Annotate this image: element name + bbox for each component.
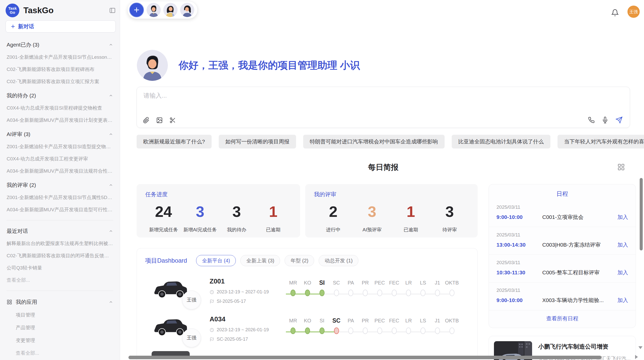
dashboard-tab[interactable]: 全新上装 (3) bbox=[240, 255, 280, 266]
chevron-up-icon bbox=[109, 42, 113, 47]
milestone: PR bbox=[358, 316, 373, 335]
user-avatar[interactable]: 王强 bbox=[627, 6, 640, 18]
milestone: FEC bbox=[387, 316, 401, 335]
event-join-link[interactable]: 加入 bbox=[617, 269, 628, 276]
scroll-down-arrow[interactable] bbox=[638, 346, 642, 349]
microphone-icon[interactable] bbox=[602, 117, 608, 123]
milestone-dot bbox=[305, 290, 310, 296]
new-chat-button[interactable]: 新对话 bbox=[6, 20, 116, 33]
chat-input[interactable] bbox=[143, 91, 624, 114]
event-date: 2025/03/11 bbox=[496, 260, 628, 265]
project-image: 王强 bbox=[152, 315, 190, 341]
dashboard-tab[interactable]: 全新平台 (4) bbox=[196, 255, 236, 266]
stat: 24 新增完成任务 bbox=[145, 203, 182, 233]
section-recent-chats[interactable]: 最近对话 bbox=[7, 228, 113, 235]
logo-line-2: Go bbox=[10, 10, 15, 14]
greeting-block: 你好，王强，我是你的项目管理助理 小识 bbox=[137, 50, 360, 81]
sidebar-task-item[interactable]: C0X4-动力总成开发项目SI里程碑提交物检查 bbox=[7, 105, 113, 111]
milestone-label: PA bbox=[344, 278, 358, 287]
app-link[interactable]: 变更管理 bbox=[16, 337, 113, 344]
my-review-title[interactable]: 我的评审 bbox=[314, 191, 469, 198]
apps-view-all[interactable]: 查看全部... bbox=[16, 350, 113, 356]
recent-view-all[interactable]: 查看全部... bbox=[7, 277, 113, 283]
project-code[interactable]: Z001 bbox=[210, 277, 286, 285]
recent-chat-item[interactable]: 解释最新出台的欧盟报废车法规再生塑料比例被调至15%... bbox=[7, 240, 113, 247]
sidebar-task-item[interactable]: A034-全新新能源MUV产品开发项目法规符合性评审 bbox=[7, 168, 113, 174]
notification-bell-icon[interactable] bbox=[611, 9, 619, 17]
schedule-event: 2025/03/11 9:00-10:00 X003-车辆动力学性能验... 加… bbox=[489, 282, 636, 310]
ai-review-list: Z001-全新燃油轻卡产品开发项目SI造型提交物评审C0X4-动力总成开发项目工… bbox=[7, 143, 113, 174]
add-assistant-button[interactable] bbox=[129, 3, 144, 17]
project-code[interactable]: A034 bbox=[210, 315, 286, 323]
milestone: SC bbox=[329, 316, 344, 335]
app-link[interactable]: 项目管理 bbox=[16, 312, 113, 318]
dashboard-tab[interactable]: 动总开发 (1) bbox=[319, 255, 358, 266]
stat-label: 已逾期 bbox=[391, 227, 430, 233]
suggestion-chip[interactable]: 欧洲新规最近颁布了什么? bbox=[137, 135, 212, 148]
scissors-icon[interactable] bbox=[169, 117, 176, 124]
app-link[interactable]: 产品管理 bbox=[16, 324, 113, 331]
milestone-dot bbox=[319, 327, 325, 334]
section-my-review[interactable]: 我的评审 (2) bbox=[7, 182, 113, 189]
sidebar-task-item[interactable]: Z001-全新燃油皮卡产品开发项目SI节点Lesson Learn报告 bbox=[7, 54, 113, 61]
attachment-icon[interactable] bbox=[143, 117, 150, 124]
composer-tools bbox=[143, 117, 176, 124]
sidebar-task-item[interactable]: C0X4-动力总成开发项目工程变更评审 bbox=[7, 156, 113, 162]
event-date: 2025/03/11 bbox=[496, 204, 628, 210]
horizontal-scrollbar-thumb[interactable] bbox=[128, 356, 602, 359]
milestone: PEC bbox=[373, 316, 387, 335]
section-ai-review[interactable]: AI评审 (3) bbox=[7, 131, 113, 138]
milestone-dot bbox=[319, 290, 325, 296]
suggestion-chip[interactable]: 如何写一份清晰的项目周报 bbox=[219, 135, 296, 148]
milestone-label: SC bbox=[329, 316, 344, 325]
divider bbox=[7, 220, 113, 220]
dashboard-title[interactable]: 项目Dashboard bbox=[145, 257, 187, 265]
layout-grid-icon[interactable] bbox=[617, 163, 625, 171]
composer bbox=[137, 87, 630, 128]
vertical-scrollbar-thumb[interactable] bbox=[640, 178, 643, 250]
send-icon[interactable] bbox=[616, 116, 623, 124]
sidebar-task-item[interactable]: C02-飞腾新能源轻客改款项目里程碑画布 bbox=[7, 66, 113, 73]
schedule-title: 日程 bbox=[489, 190, 636, 198]
milestone: SI bbox=[315, 316, 329, 335]
sidebar-task-item[interactable]: A034-全新新能源MUV产品开发项目造型可行性评审 bbox=[7, 206, 113, 213]
recent-chat-item[interactable]: 公司Q3轻卡销量 bbox=[7, 265, 113, 271]
sidebar-collapse-icon[interactable] bbox=[109, 7, 116, 14]
sidebar-item-my-apps[interactable]: 我的应用 bbox=[7, 298, 113, 306]
stat-value: 3 bbox=[218, 203, 255, 220]
scroll-right-arrow[interactable] bbox=[635, 355, 638, 359]
logo-line-1: Task bbox=[8, 6, 17, 10]
suggestion-chip[interactable]: 当下年轻人对汽车外观有怎样的喜好趋势 bbox=[558, 135, 644, 148]
event-join-link[interactable]: 加入 bbox=[617, 241, 628, 248]
milestone: PA bbox=[344, 278, 358, 297]
event-join-link[interactable]: 加入 bbox=[617, 297, 628, 304]
assistant-avatar-3[interactable] bbox=[180, 3, 194, 17]
task-progress-title[interactable]: 任务进度 bbox=[145, 191, 291, 198]
assistant-avatar-1[interactable] bbox=[147, 3, 161, 17]
image-icon[interactable] bbox=[156, 117, 163, 124]
sidebar-task-item[interactable]: C02-飞腾新能源轻客改款项目立项汇报方案 bbox=[7, 78, 113, 85]
milestone-label: KO bbox=[300, 278, 315, 287]
flag-icon bbox=[210, 337, 214, 342]
milestone: PA bbox=[344, 316, 358, 335]
sidebar-task-item[interactable]: A034-全新新能源MUV产品开发项目计划变更表编写 bbox=[7, 117, 113, 124]
sidebar-task-item[interactable]: Z001-全新燃油轻卡产品开发项目SI造型提交物评审 bbox=[7, 143, 113, 150]
stat: 3 我的待办 bbox=[218, 203, 255, 233]
event-join-link[interactable]: 加入 bbox=[617, 214, 628, 221]
stat-label: AI预评审 bbox=[353, 227, 392, 233]
suggestion-chip[interactable]: 比亚迪全固态电池计划具体说了什么 bbox=[452, 135, 550, 148]
dashboard-tab[interactable]: 年型 (2) bbox=[285, 255, 314, 266]
assistant-avatar-2[interactable] bbox=[163, 3, 178, 17]
milestone: PEC bbox=[373, 278, 387, 297]
section-my-todo[interactable]: 我的待办 (2) bbox=[7, 92, 113, 99]
project-owner-badge: 王强 bbox=[182, 291, 201, 309]
recent-chat-item[interactable]: C02-飞腾新能源轻客改款项目的闭环通告反馈情况 bbox=[7, 252, 113, 259]
milestone-track: MR KO SI bbox=[286, 278, 459, 297]
section-agent-done[interactable]: Agent已办 (3) bbox=[7, 41, 113, 48]
suggestion-chip[interactable]: 特朗普可能对进口汽车增税会对中国车企造成哪些影响 bbox=[303, 135, 445, 148]
view-all-schedule-link[interactable]: 查看所有日程 bbox=[489, 310, 636, 328]
project-flag: SI-2025-05-17 bbox=[217, 299, 246, 304]
voice-call-icon[interactable] bbox=[588, 117, 595, 123]
sidebar-task-item[interactable]: Z001-全新燃油轻卡产品开发项目SI节点属性5D文件评审 bbox=[7, 194, 113, 201]
news-title: 小鹏飞行汽车制造公司增资 bbox=[538, 343, 631, 351]
